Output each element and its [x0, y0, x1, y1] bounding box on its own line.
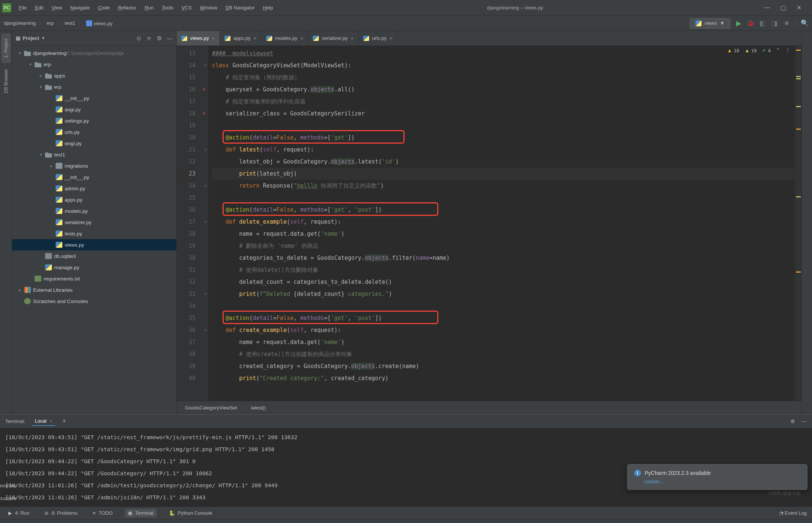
tree-item-requirements-txt[interactable]: requirements.txt [12, 273, 176, 284]
inspection-indicator[interactable]: ✔ 4 [762, 47, 771, 53]
minimize-icon[interactable]: — [764, 4, 770, 11]
terminal-tab-local[interactable]: Local × [32, 417, 56, 426]
maximize-icon[interactable]: ▢ [780, 4, 786, 11]
code-line-34[interactable] [212, 300, 795, 312]
menu-window[interactable]: Window [196, 3, 221, 12]
tree-item-External Libraries[interactable]: ▸External Libraries [12, 284, 176, 296]
menu-code[interactable]: Code [94, 3, 114, 12]
code-line-17[interactable]: # 指定查询集用到的序列化容器 [212, 96, 795, 108]
menu-file[interactable]: File [15, 3, 30, 12]
code-line-36[interactable]: def create_example(self, request): [212, 324, 795, 336]
inspections-widget[interactable]: ▲ 16▲ 19✔ 4⌃⋮ [727, 47, 790, 53]
tool-tab-db-browser[interactable]: DB Browser [2, 64, 11, 98]
code-line-19[interactable] [212, 120, 795, 132]
code-line-33[interactable]: print(f"Deleted {deleted_count} categori… [212, 288, 795, 300]
menu-db-navigator[interactable]: DB Navigator [222, 3, 258, 12]
inspection-indicator[interactable]: ▲ 16 [727, 47, 739, 53]
menu-run[interactable]: Run [141, 3, 158, 12]
tree-item-migrations[interactable]: ▸migrations [12, 160, 176, 171]
tree-item-asgi-py[interactable]: asgi.py [12, 104, 176, 115]
tree-item-models-py[interactable]: models.py [12, 205, 176, 217]
close-tab-icon[interactable]: × [254, 35, 257, 41]
bottom-tab-python-console[interactable]: 🐍Python Console [166, 509, 215, 517]
tool-tab-1--project[interactable]: 1: Project [2, 34, 11, 63]
code-line-25[interactable] [212, 192, 795, 204]
editor-tab-views-py[interactable]: views.py× [177, 31, 220, 45]
menu-navigate[interactable]: Navigate [67, 3, 93, 12]
tree-item-apps[interactable]: ▸apps [12, 70, 176, 81]
code-line-39[interactable]: created_category = GoodsCategory.objects… [212, 360, 795, 372]
update-notification[interactable]: i PyCharm 2023.2.3 available Update... [627, 464, 807, 490]
editor-tab-serializer-py[interactable]: serializer.py× [308, 31, 359, 45]
select-open-file-icon[interactable]: ⊙ [136, 35, 141, 42]
event-log-button[interactable]: ◔ Event Log [779, 510, 807, 516]
project-tree[interactable]: ▾djangolearning C:\Users\gxx\Desktop\dja… [12, 46, 176, 414]
code-line-32[interactable]: deleted_count = categories_to_delete.del… [212, 276, 795, 288]
notification-update-link[interactable]: Update... [644, 479, 800, 484]
editor-tab-apps-py[interactable]: apps.py× [220, 31, 262, 45]
tree-item-views-py[interactable]: views.py [12, 239, 176, 250]
code-line-31[interactable]: # 使用delete()方法删除对象 [212, 264, 795, 276]
search-everywhere-button[interactable]: 🔍 [801, 20, 808, 27]
settings-icon[interactable]: ⚙ [157, 35, 162, 42]
hide-icon[interactable]: — [167, 35, 173, 42]
tree-item-admin-py[interactable]: admin.py [12, 183, 176, 194]
close-tab-icon[interactable]: × [389, 35, 392, 41]
tree-item-__init__-py[interactable]: __init__.py [12, 92, 176, 104]
code-line-40[interactable]: print("Created category:", created_categ… [212, 372, 795, 384]
tree-item-test1[interactable]: ▾test1 [12, 149, 176, 160]
tree-item-manage-py[interactable]: manage.py [12, 262, 176, 273]
breadcrumb-0[interactable]: djangolearning [4, 20, 36, 26]
prev-highlight-icon[interactable]: ⌃ [776, 47, 780, 53]
terminal-hide-icon[interactable]: — [802, 418, 807, 424]
error-stripe[interactable] [795, 46, 801, 401]
code-line-22[interactable]: latest_obj = GoodsCategory.objects.lates… [212, 156, 795, 168]
run-config-selector[interactable]: views ▼ [690, 18, 730, 29]
code-line-18[interactable]: serializer_class = GoodsCategorySerilize… [212, 108, 795, 120]
tree-item-erp[interactable]: ▾erp [12, 59, 176, 70]
editor-tab-models-py[interactable]: models.py× [262, 31, 308, 45]
tree-item-Scratches and Consoles[interactable]: Scratches and Consoles [12, 296, 176, 307]
tree-item-urls-py[interactable]: urls.py [12, 126, 176, 138]
code-line-28[interactable]: name = request.data.get('name') [212, 228, 795, 240]
code-line-15[interactable]: # 指定查询集（用到的数据） [212, 71, 795, 83]
code-line-13[interactable]: #### modelviewset [212, 47, 795, 59]
menu-view[interactable]: View [48, 3, 66, 12]
chevron-down-icon[interactable]: ▼ [41, 36, 45, 40]
bottom-tab-4--run[interactable]: ▶4: Run [5, 509, 32, 517]
close-tab-icon[interactable]: × [212, 35, 215, 41]
editor-breadcrumbs[interactable]: GoodsCategoryViewSet 〉 latest() [177, 401, 801, 414]
code-line-21[interactable]: def latest(self, request): [212, 144, 795, 156]
tool-tab-7--structure[interactable]: 7: Structure [0, 490, 16, 501]
tree-item-serializer-py[interactable]: serializer.py [12, 217, 176, 228]
inspection-menu-icon[interactable]: ⋮ [785, 47, 790, 53]
code-line-27[interactable]: def delete_example(self, request): [212, 216, 795, 228]
close-tab-icon[interactable]: × [300, 35, 303, 41]
tree-item-wsgi-py[interactable]: wsgi.py [12, 138, 176, 149]
profile-button[interactable]: ◨ [771, 20, 779, 27]
tree-item-tests-py[interactable]: tests.py [12, 228, 176, 239]
code-line-26[interactable]: @action(detail=False, methods=['get', 'p… [212, 204, 795, 216]
coverage-button[interactable]: ◧ [759, 20, 767, 27]
expand-all-icon[interactable]: ≑ [147, 35, 151, 42]
menu-refactor[interactable]: Refactor [114, 3, 140, 12]
new-terminal-button[interactable]: + [62, 417, 66, 425]
code-line-23[interactable]: print(latest_obj) [212, 168, 795, 180]
breadcrumb-2[interactable]: test1 [65, 20, 75, 26]
tree-item-apps-py[interactable]: apps.py [12, 194, 176, 205]
close-tab-icon[interactable]: × [351, 35, 354, 41]
breadcrumb-3[interactable]: views.py [86, 20, 112, 26]
stop-button[interactable]: ■ [783, 20, 791, 27]
bottom-tab-todo[interactable]: ≡TODO [90, 509, 116, 517]
code-line-24[interactable]: return Response("helllo 你调用了自定义的函数") [212, 180, 795, 192]
code-line-35[interactable]: @action(detail=False, methods=['get', 'p… [212, 312, 795, 324]
debug-button[interactable]: 🐞 [747, 20, 754, 27]
code-line-16[interactable]: queryset = GoodsCategory.objects.all() [212, 83, 795, 96]
tree-item-settings-py[interactable]: settings.py [12, 115, 176, 126]
code-line-20[interactable]: @action(detail=False, methods=['get']) [212, 132, 795, 144]
run-button[interactable]: ▶ [735, 20, 742, 27]
breadcrumb-1[interactable]: erp [47, 20, 54, 26]
tree-item-db-sqlite3[interactable]: db.sqlite3 [12, 250, 176, 262]
code-line-29[interactable]: # 删除名称为 'name' 的商品 [212, 240, 795, 252]
tree-item-__init__-py[interactable]: __init__.py [12, 171, 176, 183]
